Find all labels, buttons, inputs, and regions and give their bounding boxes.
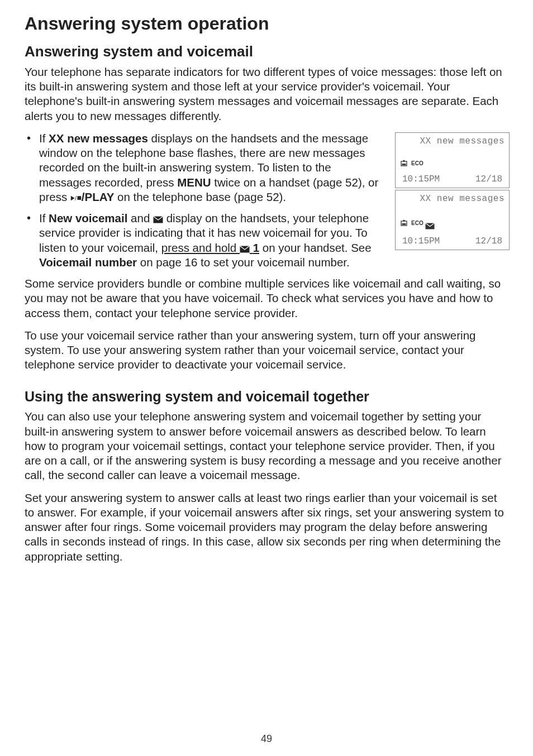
svg-text:/: /	[75, 195, 77, 202]
bold-text: New voicemail	[49, 212, 127, 224]
bullet-item-2: If New voicemail and display on the hand…	[25, 211, 508, 270]
bold-text: /PLAY	[82, 190, 115, 203]
svg-rect-8	[77, 196, 81, 200]
envelope-icon	[240, 246, 250, 253]
play-stop-icon: /	[70, 194, 82, 202]
section2-paragraph-1: You can also use your telephone answerin…	[25, 409, 508, 482]
section2-paragraph-2: Set your answering system to answer call…	[25, 491, 508, 564]
bullet-item-1: If XX new messages displays on the hands…	[25, 131, 508, 204]
text: If	[39, 132, 49, 145]
text: If	[39, 212, 49, 224]
bold-text: Voicemail number	[39, 256, 137, 269]
text: on your handset. See	[259, 241, 372, 254]
section-heading-2: Using the answering system and voicemail…	[25, 389, 508, 405]
page-title: Answering system operation	[25, 13, 508, 34]
underlined-bold: 1	[253, 241, 259, 254]
u-pre: press and hold	[161, 241, 240, 254]
paragraph-after-2: To use your voicemail service rather tha…	[25, 328, 508, 372]
page-container: Answering system operation Answering sys…	[0, 0, 533, 756]
intro-paragraph: Your telephone has separate indicators f…	[25, 65, 508, 123]
page-number: 49	[0, 733, 533, 745]
bullet-list: If XX new messages displays on the hands…	[25, 131, 508, 270]
envelope-icon	[153, 216, 163, 223]
text: and	[127, 212, 153, 224]
underlined-text: press and hold 1	[161, 241, 259, 254]
paragraph-after-bullets: Some service providers bundle or combine…	[25, 276, 508, 320]
text: on page 16 to set your voicemail number.	[137, 256, 350, 269]
bold-text: XX new messages	[49, 132, 148, 145]
text: on the telephone base (page 52).	[114, 190, 286, 203]
bold-text: MENU	[177, 176, 211, 189]
section-heading-1: Answering system and voicemail	[25, 43, 508, 60]
